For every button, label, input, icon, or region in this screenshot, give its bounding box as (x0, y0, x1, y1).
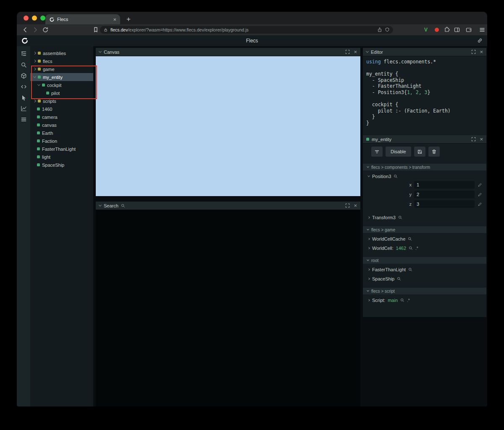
code-editor[interactable]: using flecs.components.* my_entity { - S… (363, 56, 486, 129)
back-icon[interactable] (22, 26, 29, 33)
edit-pencil-icon[interactable] (478, 192, 482, 197)
magnifier-icon[interactable] (409, 246, 413, 250)
reload-icon[interactable] (42, 26, 49, 33)
stats-chart-icon[interactable] (21, 105, 27, 112)
field-x-input[interactable]: 1 (414, 181, 475, 189)
minimize-window-button[interactable] (32, 16, 37, 21)
extensions-puzzle-icon[interactable] (444, 26, 450, 33)
tree-item-my-entity[interactable]: my_entity (30, 73, 93, 81)
forward-icon[interactable] (32, 26, 39, 33)
field-z-input[interactable]: 3 (414, 200, 475, 208)
magnifier-icon[interactable] (408, 267, 412, 272)
tree-item-game[interactable]: game (30, 65, 93, 73)
tree-item-flecs[interactable]: flecs (30, 57, 93, 65)
side-panel-icon[interactable] (454, 26, 460, 33)
component-position3[interactable]: Position3 (368, 174, 486, 179)
chevron-right-icon[interactable] (368, 247, 370, 249)
cursor-icon[interactable] (21, 94, 27, 101)
search-icon[interactable] (21, 62, 27, 68)
tree-item-spaceship[interactable]: SpaceShip (30, 161, 93, 169)
bookmark-icon[interactable] (92, 26, 99, 33)
close-icon[interactable]: × (354, 49, 357, 55)
component-script[interactable]: Script:main.* (368, 298, 486, 303)
chevron-right-icon[interactable] (368, 299, 370, 302)
magnifier-icon[interactable] (400, 298, 404, 302)
entity-tree-icon[interactable] (21, 51, 27, 57)
magnifier-icon[interactable] (408, 237, 412, 241)
close-icon[interactable]: × (480, 49, 483, 55)
tree-item-pilot[interactable]: pilot (30, 89, 93, 97)
module-square-icon (38, 100, 41, 102)
field-y-input[interactable]: 2 (414, 191, 475, 198)
canvas-viewport[interactable] (96, 56, 360, 196)
tag-spaceship[interactable]: SpaceShip (368, 276, 486, 281)
link-icon[interactable] (477, 37, 483, 44)
search-results-area[interactable] (96, 210, 360, 406)
tree-item-canvas[interactable]: canvas (30, 121, 93, 129)
section-transform[interactable]: flecs > components > transform (363, 164, 486, 170)
chevron-right-icon[interactable] (33, 52, 36, 55)
chevron-right-icon[interactable] (368, 268, 370, 271)
tree-item-fasterthanlight[interactable]: FasterThanLight (30, 145, 93, 153)
filter-button[interactable] (371, 147, 383, 157)
tree-item-scripts[interactable]: scripts (30, 97, 93, 105)
close-icon[interactable]: × (480, 136, 483, 142)
section-game[interactable]: flecs > game (363, 226, 486, 233)
tree-item-camera[interactable]: camera (30, 113, 93, 121)
tag-fasterthanlight[interactable]: FasterThanLight (368, 267, 486, 272)
magnifier-icon[interactable] (397, 277, 401, 281)
expand-icon[interactable] (345, 50, 350, 54)
delete-button[interactable] (428, 147, 440, 157)
collapse-chevron-icon[interactable] (99, 204, 102, 207)
chevron-right-icon[interactable] (368, 238, 370, 240)
edit-pencil-icon[interactable] (478, 183, 482, 187)
expand-icon[interactable] (471, 50, 476, 54)
close-icon[interactable]: × (354, 203, 357, 208)
expand-icon[interactable] (471, 137, 476, 142)
zoom-window-button[interactable] (40, 16, 45, 21)
magnifier-icon[interactable] (394, 174, 398, 178)
code-icon[interactable] (21, 84, 27, 90)
section-root[interactable]: root (363, 257, 486, 264)
tree-item-faction[interactable]: Faction (30, 137, 93, 145)
edit-pencil-icon[interactable] (478, 202, 482, 207)
expand-icon[interactable] (345, 203, 350, 208)
chevron-down-icon[interactable] (37, 83, 40, 86)
collapse-chevron-icon[interactable] (366, 50, 369, 53)
disable-button[interactable]: Disable (386, 147, 411, 157)
chevron-right-icon[interactable] (368, 278, 370, 280)
tree-item-cockpit[interactable]: cockpit (30, 81, 93, 89)
v-extension-icon[interactable]: V (423, 26, 429, 33)
chevron-right-icon[interactable] (368, 216, 370, 219)
chevron-down-icon[interactable] (368, 175, 370, 177)
browser-tab[interactable]: Flecs × (45, 14, 120, 24)
tree-item-light[interactable]: light (30, 153, 93, 161)
close-window-button[interactable] (24, 16, 29, 21)
component-transform3[interactable]: Transform3 (368, 215, 486, 220)
new-tab-button[interactable]: + (123, 14, 134, 24)
chevron-right-icon[interactable] (33, 60, 36, 63)
chevron-down-icon[interactable] (33, 75, 36, 78)
components-cube-icon[interactable] (21, 73, 27, 79)
section-script[interactable]: flecs > script (363, 288, 486, 294)
red-extension-icon[interactable] (433, 26, 440, 33)
tree-item-1460[interactable]: 1460 (30, 105, 93, 113)
shield-icon[interactable] (385, 27, 390, 32)
magnifier-icon[interactable] (398, 215, 402, 220)
save-button[interactable] (414, 147, 425, 157)
tree-item-earth[interactable]: Earth (30, 129, 93, 137)
component-worldcell[interactable]: WorldCell:1462.* (368, 246, 486, 251)
padlock-icon (103, 28, 108, 32)
component-worldcellcache[interactable]: WorldCellCache (368, 236, 486, 241)
rows-list-icon[interactable] (21, 116, 27, 123)
wallet-icon[interactable] (465, 26, 472, 33)
chevron-right-icon[interactable] (33, 68, 36, 71)
tree-item-assemblies[interactable]: assemblies (30, 49, 93, 57)
entity-square-icon (42, 84, 45, 87)
address-bar[interactable]: flecs.dev/explorer/?wasm=https://www.fle… (100, 26, 393, 34)
chevron-right-icon[interactable] (33, 100, 36, 102)
collapse-chevron-icon[interactable] (99, 50, 102, 53)
share-icon[interactable] (377, 27, 382, 32)
menu-icon[interactable] (479, 26, 486, 33)
tab-close-button[interactable]: × (113, 17, 116, 22)
